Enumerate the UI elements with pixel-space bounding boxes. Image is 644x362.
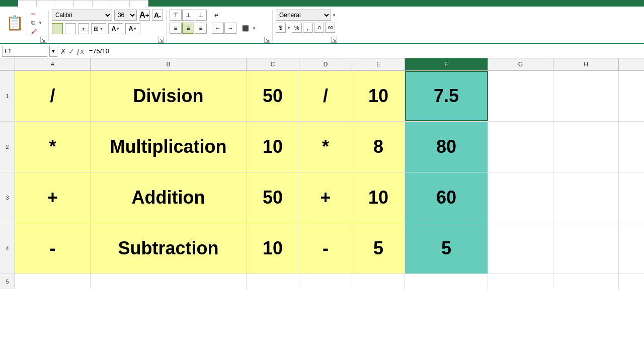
cell-1-I[interactable] (619, 71, 644, 121)
formula-input[interactable] (87, 46, 644, 57)
tab-data[interactable] (93, 0, 111, 7)
cell-3-C[interactable]: 50 (247, 172, 299, 223)
cell-5-G[interactable] (488, 274, 553, 289)
font-grow-button[interactable]: A+ (139, 10, 150, 21)
copy-button[interactable]: ⧉ ▼ (30, 19, 43, 27)
cell-1-H[interactable] (553, 71, 619, 121)
format-painter-button[interactable]: 🖌 (30, 28, 43, 35)
align-right-button[interactable]: ≡ (195, 23, 207, 34)
confirm-formula-icon[interactable]: ✓ (68, 47, 74, 55)
percent-button[interactable]: % (292, 23, 302, 33)
cell-4-E[interactable]: 5 (352, 223, 405, 274)
row-num-1[interactable]: 1 (0, 71, 15, 121)
increase-decimal-button[interactable]: .0 (314, 23, 324, 33)
font-color-button[interactable]: A ▼ (125, 23, 140, 34)
cell-3-A[interactable]: + (15, 172, 91, 223)
cell-1-C[interactable]: 50 (247, 71, 299, 121)
row-num-5[interactable]: 5 (0, 274, 15, 289)
cell-5-D[interactable] (299, 274, 352, 289)
cell-4-A[interactable]: - (15, 223, 91, 274)
tab-view[interactable] (130, 0, 148, 7)
font-expand-button[interactable]: ↘ (158, 37, 164, 43)
cell-1-E[interactable]: 10 (352, 71, 405, 121)
tab-file[interactable] (0, 0, 18, 7)
cell-reference-dropdown[interactable]: ▼ (49, 46, 57, 57)
col-header-a[interactable]: A (15, 58, 91, 70)
cell-5-F[interactable] (405, 274, 488, 289)
cell-3-D[interactable]: + (299, 172, 352, 223)
number-expand-button[interactable]: ↘ (331, 37, 337, 43)
cell-2-C[interactable]: 10 (247, 122, 299, 172)
cell-3-E[interactable]: 10 (352, 172, 405, 223)
cut-button[interactable]: ✂ (30, 11, 43, 18)
cell-4-B[interactable]: Subtraction (91, 223, 247, 274)
cell-5-A[interactable] (15, 274, 91, 289)
cell-5-B[interactable] (91, 274, 247, 289)
number-format-select[interactable]: General (276, 10, 331, 21)
tab-review[interactable] (111, 0, 130, 7)
cell-3-B[interactable]: Addition (91, 172, 247, 223)
cell-2-D[interactable]: * (299, 122, 352, 172)
col-header-e[interactable]: E (352, 58, 405, 70)
cell-4-C[interactable]: 10 (247, 223, 299, 274)
font-size-select[interactable]: 36 (114, 10, 137, 21)
cell-3-H[interactable] (553, 172, 619, 223)
cell-3-G[interactable] (488, 172, 553, 223)
col-header-c[interactable]: C (247, 58, 299, 70)
cell-1-B[interactable]: Division (91, 71, 247, 121)
cell-1-D[interactable]: / (299, 71, 352, 121)
col-header-g[interactable]: G (488, 58, 553, 70)
row-num-4[interactable]: 4 (0, 223, 15, 274)
cell-1-F[interactable]: 7.5 (405, 71, 488, 121)
cell-5-I[interactable] (619, 274, 644, 289)
align-left-button[interactable]: ≡ (170, 23, 182, 34)
cell-1-G[interactable] (488, 71, 553, 121)
indent-decrease-button[interactable]: ← (212, 23, 224, 34)
merge-center-button[interactable]: ⬛ ▼ (239, 23, 259, 34)
cell-5-C[interactable] (247, 274, 299, 289)
col-header-f[interactable]: F (405, 58, 488, 70)
col-header-i[interactable]: I (619, 58, 644, 70)
cell-4-G[interactable] (488, 223, 553, 274)
insert-function-icon[interactable]: ƒx (76, 47, 84, 55)
cell-4-I[interactable] (619, 223, 644, 274)
cell-2-G[interactable] (488, 122, 553, 172)
font-shrink-button[interactable]: A- (152, 10, 163, 21)
comma-button[interactable]: , (303, 23, 313, 33)
align-bottom-button[interactable]: ⊥ (195, 10, 207, 21)
cell-4-D[interactable]: - (299, 223, 352, 274)
cell-3-F[interactable]: 60 (405, 172, 488, 223)
row-num-2[interactable]: 2 (0, 122, 15, 172)
paste-button[interactable]: 📋 (3, 10, 27, 36)
tab-page-layout[interactable] (55, 0, 74, 7)
align-middle-button[interactable]: ⊥ (182, 10, 194, 21)
clipboard-expand-button[interactable]: ↘ (40, 37, 46, 43)
cell-4-H[interactable] (553, 223, 619, 274)
cell-2-I[interactable] (619, 122, 644, 172)
alignment-expand-button[interactable]: ↘ (264, 37, 270, 43)
cell-reference-box[interactable] (2, 46, 47, 57)
align-center-button[interactable]: ≡ (182, 23, 194, 34)
italic-button[interactable] (65, 23, 76, 34)
cell-2-E[interactable]: 8 (352, 122, 405, 172)
tab-home[interactable] (18, 0, 37, 7)
col-header-h[interactable]: H (553, 58, 619, 70)
cell-2-A[interactable]: * (15, 122, 91, 172)
row-num-3[interactable]: 3 (0, 172, 15, 223)
cell-2-B[interactable]: Multiplication (91, 122, 247, 172)
fill-color-button[interactable]: A ▼ (108, 23, 123, 34)
bold-button[interactable] (52, 23, 63, 34)
col-header-b[interactable]: B (91, 58, 247, 70)
cell-2-F[interactable]: 80 (405, 122, 488, 172)
cell-3-I[interactable] (619, 172, 644, 223)
cell-2-H[interactable] (553, 122, 619, 172)
font-name-select[interactable]: Calibri (52, 10, 112, 21)
cancel-formula-icon[interactable]: ✗ (60, 47, 66, 55)
indent-increase-button[interactable]: → (224, 23, 236, 34)
underline-button[interactable]: ▼ (78, 23, 89, 34)
cell-4-F[interactable]: 5 (405, 223, 488, 274)
borders-button[interactable]: ⊞▼ (91, 23, 106, 34)
wrap-text-button[interactable]: ↵ (212, 10, 223, 21)
cell-5-H[interactable] (553, 274, 619, 289)
col-header-d[interactable]: D (299, 58, 352, 70)
